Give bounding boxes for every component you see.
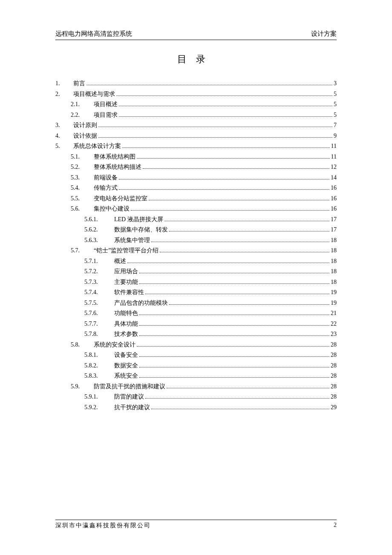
toc-entry[interactable]: 5.2.整体系统结构描述12	[55, 162, 337, 173]
toc-entry-page: 19	[331, 298, 337, 309]
toc-entry[interactable]: 5.1.整体系统结构图11	[55, 152, 337, 162]
toc-entry[interactable]: 5.8.3.系统安全28	[55, 371, 337, 382]
toc-entry-label: 数据安全	[114, 361, 138, 371]
toc-entry-label: 概述	[114, 256, 126, 267]
toc-entry[interactable]: 5.4.传输方式16	[55, 183, 337, 194]
toc-entry-page: 18	[331, 235, 337, 246]
toc-leader-dots	[139, 269, 329, 274]
toc-entry[interactable]: 5.5.变电站各分站监控室16	[55, 194, 337, 204]
document-page: 远程电力网络高清监控系统 设计方案 目录 1.前言32.项目概述与需求52.1.…	[0, 0, 392, 555]
toc-entry-number: 5.7.4.	[84, 287, 114, 298]
toc-entry-label: 数据集中存储、转发	[114, 225, 168, 235]
toc-leader-dots	[143, 165, 329, 169]
toc-entry[interactable]: 5.7.8.技术参数23	[55, 329, 337, 340]
toc-leader-dots	[119, 112, 332, 117]
toc-entry-number: 5.9.	[71, 382, 94, 392]
toc-entry[interactable]: 5.6.1.LED 液晶拼接大屏17	[55, 214, 337, 225]
toc-entry-label: 传输方式	[94, 183, 118, 194]
toc-entry[interactable]: 1.前言3	[55, 78, 337, 89]
toc-entry-label: 前端设备	[94, 173, 118, 183]
toc-entry-number: 5.7.6.	[84, 308, 114, 319]
toc-entry-number: 5.6.	[71, 204, 94, 214]
toc-entry[interactable]: 5.7.6.功能特色21	[55, 308, 337, 319]
toc-entry-number: 5.8.2.	[84, 361, 114, 371]
toc-entry-page: 14	[331, 173, 337, 183]
toc-entry-number: 5.6.3.	[84, 235, 114, 246]
toc-entry[interactable]: 4.设计依据9	[55, 131, 337, 142]
toc-entry[interactable]: 3.设计原则7	[55, 120, 337, 131]
toc-entry-page: 28	[331, 340, 337, 350]
toc-leader-dots	[137, 342, 329, 347]
toc-leader-dots	[139, 363, 329, 367]
toc-entry-number: 5.7.8.	[84, 329, 114, 340]
toc-entry[interactable]: 5.8.系统的安全设计28	[55, 340, 337, 350]
toc-entry-number: 4.	[55, 131, 73, 142]
toc-entry-label: LED 液晶拼接大屏	[114, 214, 163, 225]
toc-entry-page: 28	[331, 350, 337, 361]
toc-entry-page: 22	[331, 319, 337, 330]
toc-entry[interactable]: 5.6.2.数据集中存储、转发17	[55, 225, 337, 235]
toc-leader-dots	[98, 133, 332, 138]
toc-leader-dots	[169, 227, 329, 232]
toc-entry-label: 软件兼容性	[114, 287, 144, 298]
toc-entry-page: 17	[331, 214, 337, 225]
toc-leader-dots	[116, 91, 332, 96]
toc-entry-number: 5.7.7.	[84, 319, 114, 330]
toc-leader-dots	[86, 81, 332, 86]
toc-entry[interactable]: 5.7.7.具体功能22	[55, 319, 337, 330]
toc-entry[interactable]: 5.8.1.设备安全28	[55, 350, 337, 361]
toc-entry[interactable]: 5.7.2.应用场合18	[55, 266, 337, 277]
toc-entry-number: 5.3.	[71, 173, 94, 183]
toc-entry[interactable]: 5.6.3.系统集中管理18	[55, 235, 337, 246]
toc-entry-number: 5.1.	[71, 152, 94, 162]
toc-entry-page: 5	[334, 89, 337, 100]
toc-entry[interactable]: 5.9.1.防雷的建议28	[55, 392, 337, 402]
toc-entry[interactable]: 5.7.3.主要功能18	[55, 277, 337, 288]
toc-entry[interactable]: 5.7.“铠士”监控管理平台介绍18	[55, 246, 337, 256]
toc-entry-number: 2.2.	[71, 110, 94, 121]
toc-entry-number: 5.4.	[71, 183, 94, 194]
toc-entry[interactable]: 2.1.项目概述5	[55, 99, 337, 110]
toc-entry-number: 5.8.3.	[84, 371, 114, 382]
toc-entry-page: 5	[334, 110, 337, 121]
toc-leader-dots	[149, 196, 329, 200]
toc-entry-label: 系统集中管理	[114, 235, 150, 246]
toc-entry[interactable]: 5.9.2.抗干扰的建议29	[55, 402, 337, 413]
toc-entry[interactable]: 5.7.1.概述18	[55, 256, 337, 267]
toc-entry[interactable]: 5.8.2.数据安全28	[55, 361, 337, 371]
toc-entry[interactable]: 5.9.防雷及抗干扰的措施和建议28	[55, 382, 337, 392]
toc-entry-number: 5.7.3.	[84, 277, 114, 288]
toc-entry-label: 系统的安全设计	[94, 340, 135, 350]
footer-company: 深圳市中瀛鑫科技股份有限公司	[55, 522, 151, 529]
toc-leader-dots	[127, 258, 329, 263]
toc-entry-label: 设计依据	[73, 131, 97, 142]
toc-entry[interactable]: 5.6.集控中心建设16	[55, 204, 337, 214]
toc-entry[interactable]: 5.3.前端设备14	[55, 173, 337, 183]
toc-entry-number: 5.8.	[71, 340, 94, 350]
toc-entry[interactable]: 5.系统总体设计方案11	[55, 141, 337, 152]
toc-leader-dots	[145, 394, 329, 399]
toc-entry-number: 2.	[55, 89, 73, 100]
header-left: 远程电力网络高清监控系统	[55, 30, 132, 38]
toc-entry[interactable]: 5.7.5.产品包含的功能模块19	[55, 298, 337, 309]
toc-entry-page: 12	[331, 162, 337, 173]
toc-entry-page: 18	[331, 256, 337, 267]
toc-leader-dots	[164, 217, 329, 221]
toc-leader-dots	[137, 154, 330, 159]
toc-entry-number: 5.5.	[71, 194, 94, 204]
toc-entry-label: 抗干扰的建议	[114, 402, 150, 413]
toc-entry-label: 设计原则	[73, 120, 97, 131]
toc-entry-page: 11	[331, 141, 337, 152]
toc-leader-dots	[139, 311, 329, 315]
toc-entry-page: 5	[334, 99, 337, 110]
toc-leader-dots	[167, 384, 329, 388]
toc-entry-number: 1.	[55, 78, 73, 89]
toc-leader-dots	[131, 206, 329, 211]
toc-entry[interactable]: 5.7.4.软件兼容性19	[55, 287, 337, 298]
toc-entry-page: 28	[331, 371, 337, 382]
toc-entry-number: 5.7.2.	[84, 266, 114, 277]
toc-entry[interactable]: 2.2.项目需求5	[55, 110, 337, 121]
toc-leader-dots	[160, 248, 329, 253]
toc-entry-page: 18	[331, 277, 337, 288]
toc-entry[interactable]: 2.项目概述与需求5	[55, 89, 337, 100]
